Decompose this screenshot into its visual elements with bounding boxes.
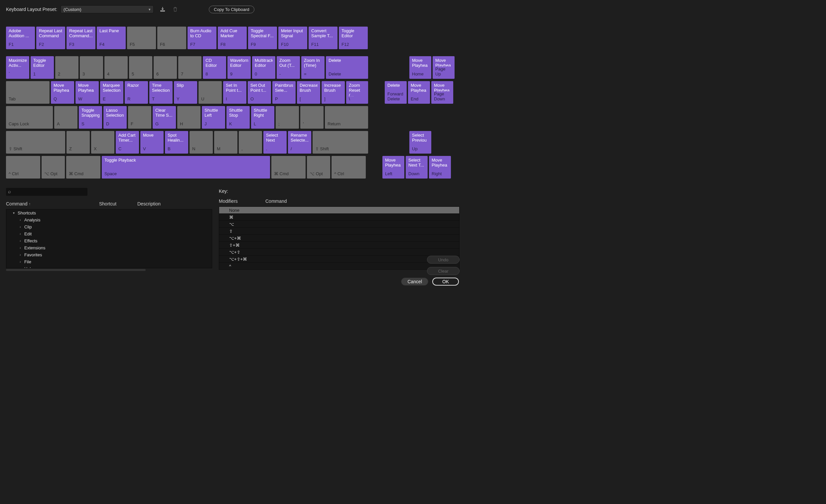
key-a[interactable]: A — [54, 106, 77, 129]
key-down[interactable]: Select Next T...Down — [406, 156, 428, 179]
search-input[interactable] — [6, 188, 87, 196]
key-o[interactable]: Set Out Point t...O — [248, 81, 271, 104]
key-2[interactable]: 2 — [55, 56, 78, 79]
key--[interactable]: Zoom Reset (...\ — [346, 81, 368, 104]
key-f6[interactable]: F6 — [157, 26, 186, 49]
command-tree[interactable]: ▾Shortcuts›Analysis›Clip›Edit›Effects›Ex… — [6, 209, 212, 268]
key-f[interactable]: F — [128, 106, 151, 129]
column-mod-command[interactable]: Command — [266, 198, 460, 204]
key-f8[interactable]: Add Cue MarkerF8 — [218, 26, 247, 49]
key-s[interactable]: Toggle SnappingS — [79, 106, 102, 129]
column-command[interactable]: Command↑ — [6, 201, 99, 206]
tree-item-analysis[interactable]: ›Analysis — [6, 216, 212, 224]
key--[interactable]: Zoom Out (T...- — [277, 56, 300, 79]
modifier-row[interactable]: ⇧ — [219, 228, 459, 235]
key-r[interactable]: RazorR — [125, 81, 148, 104]
key-f11[interactable]: Convert Sample T...F11 — [309, 26, 338, 49]
modifier-row[interactable]: ⇧+⌘ — [219, 242, 459, 249]
key-7[interactable]: 7 — [178, 56, 201, 79]
key--cmd[interactable]: ⌘ Cmd — [66, 156, 101, 179]
key--[interactable]: Increase Brush] — [321, 81, 345, 104]
key-forward-delete[interactable]: DeleteForward Delete — [385, 81, 407, 104]
tree-item-favorites[interactable]: ›Favorites — [6, 251, 212, 258]
key-f10[interactable]: Meter Input SignalF10 — [278, 26, 307, 49]
key-n[interactable]: N — [189, 131, 213, 153]
modifier-row[interactable]: ⌥+⇧ — [219, 249, 459, 256]
key--[interactable]: ' — [300, 106, 323, 129]
tree-item-shortcuts[interactable]: ▾Shortcuts — [6, 209, 212, 216]
key-x[interactable]: X — [91, 131, 114, 153]
tree-item-clip[interactable]: ›Clip — [6, 224, 212, 231]
key-j[interactable]: Shuttle LeftJ — [202, 106, 225, 129]
modifier-row[interactable]: ⌥+⌘ — [219, 235, 459, 242]
key-page-up[interactable]: Move PlayheaPage Up — [433, 56, 455, 79]
modifier-row[interactable]: ⌘ — [219, 214, 459, 221]
key-4[interactable]: 4 — [104, 56, 128, 79]
key-w[interactable]: Move PlayheaW — [75, 81, 99, 104]
key-0[interactable]: Multitrack Editor0 — [252, 56, 275, 79]
key--[interactable]: Rename Selecte.../ — [288, 131, 311, 153]
save-icon[interactable] — [159, 6, 166, 13]
key-right[interactable]: Move PlayheaRight — [429, 156, 451, 179]
key--[interactable]: , — [239, 131, 262, 153]
key--opt[interactable]: ⌥ Opt — [42, 156, 65, 179]
key-page-down[interactable]: Move PlayheaPage Down — [431, 81, 453, 104]
key-6[interactable]: 6 — [154, 56, 177, 79]
tree-item-file[interactable]: ›File — [6, 258, 212, 265]
key-t[interactable]: Time SelectionT — [149, 81, 173, 104]
key-d[interactable]: Lasso SelectionD — [103, 106, 127, 129]
modifier-row[interactable]: None — [219, 207, 459, 214]
key-f4[interactable]: Last PaneF4 — [97, 26, 126, 49]
ok-button[interactable]: OK — [432, 277, 459, 286]
key--[interactable]: Decrease Brush[ — [297, 81, 320, 104]
key-u[interactable]: U — [198, 81, 222, 104]
key-f9[interactable]: Toggle Spectral F...F9 — [248, 26, 277, 49]
key-f12[interactable]: Toggle EditorF12 — [339, 26, 368, 49]
key--opt[interactable]: ⌥ Opt — [307, 156, 330, 179]
key-3[interactable]: 3 — [80, 56, 103, 79]
key-c[interactable]: Add Cart Timer...C — [116, 131, 139, 153]
key--[interactable]: Zoom In (Time)= — [301, 56, 324, 79]
key-left[interactable]: Move PlayheaLeft — [382, 156, 404, 179]
modifier-table[interactable]: None⌘⌥⇧⌥+⌘⇧+⌘⌥+⇧⌥+⇧+⌘^^+⌘ — [219, 206, 460, 270]
copy-clipboard-button[interactable]: Copy To Clipboard — [209, 6, 254, 13]
key-1[interactable]: Toggle Editor1 — [31, 56, 54, 79]
key-home[interactable]: Move PlayheaHome — [409, 56, 431, 79]
modifier-row[interactable]: ^ — [219, 263, 459, 270]
key-i[interactable]: Set In Point t...I — [223, 81, 246, 104]
tree-item-effects[interactable]: ›Effects — [6, 237, 212, 244]
column-shortcut[interactable]: Shortcut — [99, 201, 137, 206]
key-z[interactable]: Z — [66, 131, 90, 153]
modifier-row[interactable]: ⌥+⇧+⌘ — [219, 256, 459, 263]
key-p[interactable]: Paintbrush Sele...P — [272, 81, 296, 104]
key--ctrl[interactable]: ^ Ctrl — [6, 156, 40, 179]
key--shift[interactable]: ⇧ Shift — [312, 131, 368, 153]
scrollbar-horizontal[interactable] — [6, 269, 145, 271]
tree-item-extensions[interactable]: ›Extensions — [6, 244, 212, 251]
key-f3[interactable]: Repeat Last Command...F3 — [66, 26, 96, 49]
key--[interactable]: Maximize Activ...` — [6, 56, 29, 79]
key-q[interactable]: Move PlayheaQ — [51, 81, 74, 104]
column-modifiers[interactable]: Modifiers — [219, 198, 266, 204]
key-f2[interactable]: Repeat Last CommandF2 — [36, 26, 65, 49]
key-end[interactable]: Move PlayheaEnd — [408, 81, 430, 104]
key-y[interactable]: SlipY — [174, 81, 197, 104]
key-e[interactable]: Marquee SelectionE — [100, 81, 123, 104]
key--shift[interactable]: ⇧ Shift — [6, 131, 65, 153]
key-v[interactable]: MoveV — [140, 131, 164, 153]
key-h[interactable]: H — [177, 106, 200, 129]
key-tab[interactable]: Tab — [6, 81, 50, 104]
key-caps-lock[interactable]: Caps Lock — [6, 106, 53, 129]
cancel-button[interactable]: Cancel — [401, 277, 428, 286]
key-b[interactable]: Spot Healin...B — [165, 131, 188, 153]
key-k[interactable]: Shuttle StopK — [227, 106, 250, 129]
key-8[interactable]: CD Editor8 — [203, 56, 226, 79]
key-f5[interactable]: F5 — [127, 26, 156, 49]
key--[interactable]: ; — [276, 106, 299, 129]
key-g[interactable]: Clear Time S...G — [153, 106, 176, 129]
modifier-row[interactable]: ⌥ — [219, 221, 459, 228]
key-up[interactable]: Select PreviouUp — [409, 131, 431, 153]
tree-item-help[interactable]: ›Help — [6, 265, 212, 268]
tree-item-edit[interactable]: ›Edit — [6, 231, 212, 237]
key-m[interactable]: M — [214, 131, 237, 153]
